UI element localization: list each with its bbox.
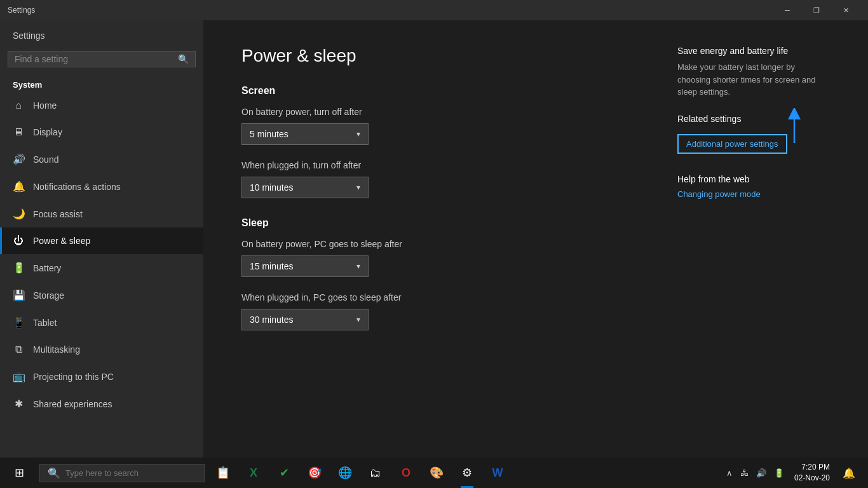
additional-power-link[interactable]: Additional power settings — [677, 134, 787, 154]
sleep-battery-dropdown[interactable]: 15 minutes ▾ — [241, 255, 369, 277]
screen-battery-arrow: ▾ — [356, 130, 360, 139]
sidebar-item-sound-label: Sound — [33, 154, 58, 165]
app-body: Settings 🔍 System ⌂ Home 🖥 Display 🔊 Sou… — [0, 20, 868, 458]
sidebar-item-notifications-label: Notifications & actions — [33, 182, 121, 192]
sidebar-item-battery[interactable]: 🔋 Battery — [0, 254, 203, 281]
taskbar-app9[interactable]: 🎨 — [422, 458, 451, 488]
screen-plugged-label: When plugged in, turn off after — [241, 160, 652, 170]
taskbar-tray: ∧ 🖧 🔊 🔋 7:20 PM 02-Nov-20 🔔 — [724, 458, 865, 488]
sidebar-item-projecting-label: Projecting to this PC — [33, 372, 114, 382]
screen-battery-value: 5 minutes — [250, 129, 288, 139]
taskbar-clock[interactable]: 7:20 PM 02-Nov-20 — [789, 459, 835, 486]
taskbar-apps: 📋 X ✔ 🎯 🌐 🗂 O 🎨 ⚙ W — [208, 458, 722, 488]
taskbar: ⊞ 🔍 📋 X ✔ 🎯 🌐 🗂 O 🎨 ⚙ W ∧ 🖧 🔊 🔋 7:20 PM … — [0, 458, 868, 488]
sidebar-item-projecting[interactable]: 📺 Projecting to this PC — [0, 363, 203, 390]
tray-volume-icon[interactable]: 🔊 — [754, 466, 769, 480]
sidebar-item-focus-label: Focus assist — [33, 209, 83, 219]
sleep-plugged-group: When plugged in, PC goes to sleep after … — [241, 292, 652, 330]
screen-plugged-arrow: ▾ — [356, 183, 360, 192]
sidebar-item-sound[interactable]: 🔊 Sound — [0, 146, 203, 173]
battery-icon: 🔋 — [13, 262, 24, 274]
clock-date: 02-Nov-20 — [794, 473, 830, 484]
tablet-icon: 📱 — [13, 316, 24, 329]
screen-battery-group: On battery power, turn off after 5 minut… — [241, 107, 652, 145]
screen-battery-label: On battery power, turn off after — [241, 107, 652, 117]
taskbar-excel[interactable]: X — [239, 458, 268, 488]
page-title: Power & sleep — [241, 46, 652, 66]
sidebar-header: Settings — [0, 20, 203, 46]
notifications-icon: 🔔 — [13, 180, 24, 193]
sleep-plugged-arrow: ▾ — [356, 315, 360, 324]
minimize-button[interactable]: ─ — [773, 0, 802, 20]
sidebar-item-storage[interactable]: 💾 Storage — [0, 281, 203, 309]
screen-battery-dropdown[interactable]: 5 minutes ▾ — [241, 123, 369, 145]
search-input[interactable] — [15, 54, 178, 64]
sleep-battery-arrow: ▾ — [356, 262, 360, 271]
app-title: Settings — [8, 6, 773, 15]
sidebar-item-home[interactable]: ⌂ Home — [0, 92, 203, 119]
sidebar-item-battery-label: Battery — [33, 263, 61, 273]
search-box[interactable]: 🔍 — [8, 51, 196, 67]
sleep-plugged-value: 30 minutes — [250, 315, 293, 325]
projecting-icon: 📺 — [13, 370, 24, 383]
sidebar-item-tablet-label: Tablet — [33, 318, 57, 328]
sleep-battery-value: 15 minutes — [250, 261, 293, 271]
taskbar-search[interactable]: 🔍 — [39, 464, 205, 482]
window-controls: ─ ❐ ✕ — [773, 0, 860, 20]
taskbar-explorer[interactable]: 🗂 — [361, 458, 390, 488]
home-icon: ⌂ — [13, 100, 24, 111]
sidebar-item-shared-label: Shared experiences — [33, 399, 112, 409]
taskbar-onedrive[interactable]: ✔ — [269, 458, 299, 488]
taskbar-search-input[interactable] — [65, 468, 196, 478]
focus-icon: 🌙 — [13, 208, 24, 220]
notification-button[interactable]: 🔔 — [837, 458, 860, 488]
taskbar-app5[interactable]: 🎯 — [300, 458, 329, 488]
taskbar-chrome[interactable]: 🌐 — [330, 458, 360, 488]
sidebar-item-home-label: Home — [33, 100, 57, 111]
system-label: System — [0, 75, 203, 92]
titlebar: Settings ─ ❐ ✕ — [0, 0, 868, 20]
content-aside: Save energy and battery life Make your b… — [677, 46, 830, 432]
taskbar-search-icon: 🔍 — [48, 467, 60, 479]
help-title: Help from the web — [677, 174, 830, 184]
screen-plugged-group: When plugged in, turn off after 10 minut… — [241, 160, 652, 198]
sleep-section: Sleep On battery power, PC goes to sleep… — [241, 217, 652, 330]
screen-plugged-dropdown[interactable]: 10 minutes ▾ — [241, 177, 369, 198]
sidebar-item-storage-label: Storage — [33, 290, 64, 301]
taskbar-opera[interactable]: O — [391, 458, 421, 488]
restore-button[interactable]: ❐ — [802, 0, 831, 20]
tip-body: Make your battery last longer by choosin… — [677, 61, 830, 98]
additional-power-container: Additional power settings — [677, 134, 787, 164]
sidebar-item-tablet[interactable]: 📱 Tablet — [0, 309, 203, 336]
taskbar-word[interactable]: W — [483, 458, 512, 488]
sidebar: Settings 🔍 System ⌂ Home 🖥 Display 🔊 Sou… — [0, 20, 203, 458]
sidebar-item-power[interactable]: ⏻ Power & sleep — [0, 227, 203, 254]
clock-time: 7:20 PM — [794, 462, 830, 473]
tray-network-icon[interactable]: 🖧 — [738, 466, 751, 480]
sleep-battery-label: On battery power, PC goes to sleep after — [241, 239, 652, 249]
sleep-plugged-dropdown[interactable]: 30 minutes ▾ — [241, 309, 369, 330]
power-icon: ⏻ — [13, 235, 24, 247]
tray-chevron[interactable]: ∧ — [724, 466, 735, 480]
taskbar-store[interactable]: 📋 — [208, 458, 238, 488]
search-icon: 🔍 — [178, 54, 189, 64]
sidebar-item-display-label: Display — [33, 127, 62, 137]
tray-battery-icon[interactable]: 🔋 — [771, 466, 787, 480]
multitasking-icon: ⧉ — [13, 344, 24, 355]
display-icon: 🖥 — [13, 126, 24, 138]
screen-plugged-value: 10 minutes — [250, 182, 293, 193]
close-button[interactable]: ✕ — [831, 0, 860, 20]
start-button[interactable]: ⊞ — [3, 458, 36, 488]
content-area: Power & sleep Screen On battery power, t… — [203, 20, 868, 458]
storage-icon: 💾 — [13, 289, 24, 301]
sidebar-item-display[interactable]: 🖥 Display — [0, 119, 203, 146]
sidebar-item-power-label: Power & sleep — [33, 236, 90, 246]
sidebar-item-multitasking-label: Multitasking — [33, 344, 80, 355]
sidebar-item-shared[interactable]: ✱ Shared experiences — [0, 390, 203, 417]
sleep-section-title: Sleep — [241, 217, 652, 229]
sidebar-item-focus[interactable]: 🌙 Focus assist — [0, 200, 203, 227]
taskbar-settings[interactable]: ⚙ — [452, 458, 482, 488]
sidebar-item-multitasking[interactable]: ⧉ Multitasking — [0, 336, 203, 363]
changing-power-link[interactable]: Changing power mode — [677, 189, 830, 199]
sidebar-item-notifications[interactable]: 🔔 Notifications & actions — [0, 173, 203, 200]
